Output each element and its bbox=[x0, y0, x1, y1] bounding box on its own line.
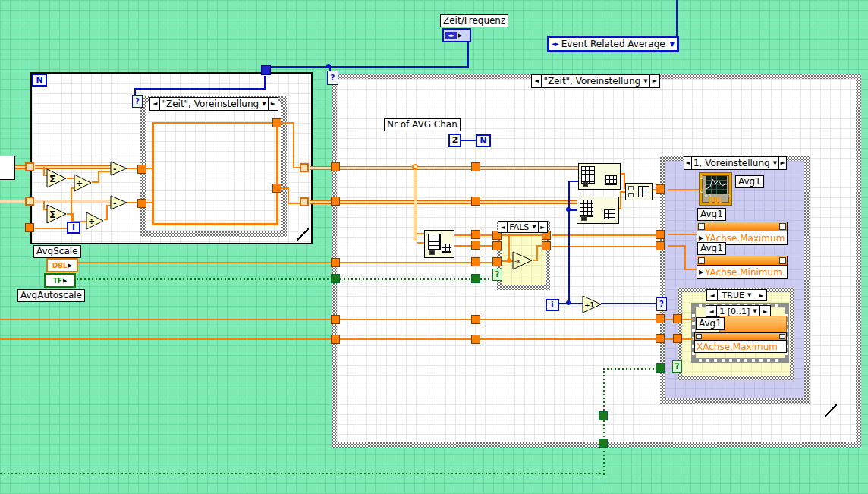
loop-count-terminal-n-inner[interactable]: N bbox=[476, 134, 491, 147]
case-next-icon[interactable]: ► bbox=[268, 98, 278, 110]
case-prev-icon[interactable]: ◄ bbox=[707, 290, 718, 300]
tunnel[interactable] bbox=[25, 223, 34, 232]
index-array-node[interactable] bbox=[578, 163, 621, 190]
property-node-x-maximum[interactable]: XAchse.Maximum bbox=[694, 332, 787, 353]
tunnel[interactable] bbox=[471, 335, 480, 344]
case-next-icon[interactable]: ► bbox=[538, 222, 547, 232]
increment-node[interactable]: +1 bbox=[582, 295, 602, 313]
case-header-true[interactable]: ◄ TRUE▼ ► bbox=[706, 289, 767, 301]
case-header-main[interactable]: ◄ "Zeit", Voreinstellung▼ ► bbox=[531, 74, 660, 88]
avgscale-dbl-control[interactable]: DBL▶ bbox=[46, 258, 78, 272]
sequence-prev-icon[interactable]: ◄ bbox=[706, 306, 717, 316]
tunnel-blue[interactable] bbox=[261, 65, 271, 75]
tunnel[interactable] bbox=[471, 315, 480, 324]
sequence-next-icon[interactable]: ► bbox=[760, 306, 770, 316]
case-next-icon[interactable]: ► bbox=[756, 290, 766, 300]
iteration-terminal-inner[interactable]: i bbox=[546, 299, 559, 311]
case-selector-main[interactable]: ? bbox=[327, 71, 338, 85]
case-title-channel[interactable]: 1, Voreinstellung▼ bbox=[692, 157, 778, 169]
tunnel[interactable] bbox=[137, 165, 146, 174]
case-header-channel[interactable]: ◄ 1, Voreinstellung▼ ► bbox=[684, 156, 787, 170]
graph-dbl-type-label: DBL bbox=[700, 197, 731, 204]
numeric-constant-2[interactable]: 2 bbox=[448, 134, 461, 147]
tunnel-boolean[interactable] bbox=[599, 439, 608, 448]
tunnel[interactable] bbox=[656, 241, 665, 250]
tunnel[interactable] bbox=[656, 184, 665, 194]
case-title-true[interactable]: TRUE▼ bbox=[718, 290, 756, 300]
tunnel[interactable] bbox=[656, 230, 665, 239]
tunnel[interactable] bbox=[137, 199, 146, 208]
case-next-icon[interactable]: ► bbox=[649, 75, 659, 87]
subtract-node[interactable]: - bbox=[110, 195, 127, 210]
sum-node[interactable]: Σ bbox=[46, 168, 67, 188]
tunnel[interactable] bbox=[331, 315, 340, 324]
tunnel[interactable] bbox=[492, 241, 502, 250]
event-related-average-enum[interactable]: ◄► Event Related Average ▼ bbox=[548, 36, 678, 52]
wire-orange bbox=[0, 338, 693, 340]
tunnel[interactable] bbox=[331, 162, 340, 171]
property-node-y-minimum[interactable]: ▶YAchse.Minimum bbox=[697, 256, 788, 279]
tunnel[interactable] bbox=[656, 334, 665, 343]
svg-text:-x: -x bbox=[514, 258, 520, 265]
tunnel-boolean[interactable] bbox=[656, 363, 665, 373]
tunnel[interactable] bbox=[25, 197, 34, 206]
case-title-left[interactable]: "Zeit", Voreinstellung▼ bbox=[160, 98, 267, 110]
iteration-terminal-left[interactable]: i bbox=[67, 222, 80, 234]
build-array-node[interactable] bbox=[625, 183, 653, 200]
case-header-left[interactable]: ◄ "Zeit", Voreinstellung▼ ► bbox=[149, 97, 278, 111]
tunnel[interactable] bbox=[471, 230, 480, 239]
case-prev-icon[interactable]: ◄ bbox=[532, 75, 542, 87]
tunnel-boolean[interactable] bbox=[471, 274, 480, 283]
case-header-fals[interactable]: ◄ FALS▼ ► bbox=[498, 221, 548, 233]
case-drop-icon: ▼ bbox=[747, 292, 751, 298]
divide-node[interactable]: ÷ bbox=[86, 212, 104, 230]
case-prev-icon[interactable]: ◄ bbox=[150, 98, 160, 110]
svg-text:+1: +1 bbox=[584, 301, 595, 309]
sequence-title[interactable]: 1 [0..1]▼ bbox=[717, 306, 760, 316]
index-array-node[interactable] bbox=[424, 230, 454, 258]
tunnel[interactable] bbox=[673, 314, 682, 323]
tunnel[interactable] bbox=[331, 258, 340, 267]
tunnel[interactable] bbox=[471, 197, 480, 206]
tunnel[interactable] bbox=[272, 118, 281, 127]
avgautoscale-tf-control[interactable]: TF▶ bbox=[44, 273, 76, 288]
case-prev-icon[interactable]: ◄ bbox=[684, 157, 692, 169]
tunnel[interactable] bbox=[471, 162, 480, 171]
case-selector-left[interactable]: ? bbox=[132, 95, 143, 108]
zeit-frequenz-enum-control[interactable]: ◄► ▶ bbox=[442, 28, 471, 42]
sum-node[interactable]: Σ bbox=[46, 204, 67, 224]
tunnel-boolean[interactable] bbox=[599, 411, 608, 420]
case-title-main[interactable]: "Zeit", Voreinstellung▼ bbox=[542, 75, 649, 87]
tunnel[interactable] bbox=[331, 197, 340, 206]
wire-orange bbox=[35, 228, 68, 229]
loop-count-terminal-n-left[interactable]: N bbox=[32, 74, 47, 87]
tunnel[interactable] bbox=[471, 241, 480, 250]
case-prev-icon[interactable]: ◄ bbox=[498, 222, 508, 232]
tunnel[interactable] bbox=[25, 162, 34, 171]
enum-drop-icon[interactable]: ▼ bbox=[670, 41, 675, 48]
tunnel[interactable] bbox=[272, 184, 281, 193]
case-selector-fals[interactable]: ? bbox=[492, 269, 502, 281]
tunnel[interactable] bbox=[673, 334, 682, 343]
index-array-node[interactable] bbox=[577, 197, 619, 224]
case-selector-true[interactable]: ? bbox=[672, 360, 682, 373]
case-selector-channel[interactable]: ? bbox=[656, 297, 667, 311]
enum-arrows-icon[interactable]: ◄► bbox=[552, 41, 558, 47]
tunnel[interactable] bbox=[471, 257, 480, 266]
subtract-node[interactable]: - bbox=[110, 161, 127, 176]
enum-arrows-icon[interactable]: ◄► bbox=[445, 32, 457, 39]
case-next-icon[interactable]: ► bbox=[778, 157, 786, 169]
tunnel[interactable] bbox=[656, 314, 665, 323]
tunnel[interactable] bbox=[300, 163, 309, 172]
tunnel[interactable] bbox=[331, 335, 340, 344]
divide-node[interactable]: ÷ bbox=[74, 174, 92, 192]
case-title-fals[interactable]: FALS▼ bbox=[508, 222, 537, 232]
negate-node[interactable]: -x bbox=[512, 251, 533, 270]
tunnel[interactable] bbox=[542, 241, 551, 250]
property-node-bar bbox=[697, 222, 787, 231]
tunnel[interactable] bbox=[300, 197, 309, 206]
property-node-bar bbox=[697, 256, 787, 266]
waveform-graph-terminal[interactable]: 2 0 0.01.0 DBL bbox=[699, 172, 732, 206]
tunnel-boolean[interactable] bbox=[331, 274, 340, 283]
tunnel[interactable] bbox=[492, 257, 502, 266]
